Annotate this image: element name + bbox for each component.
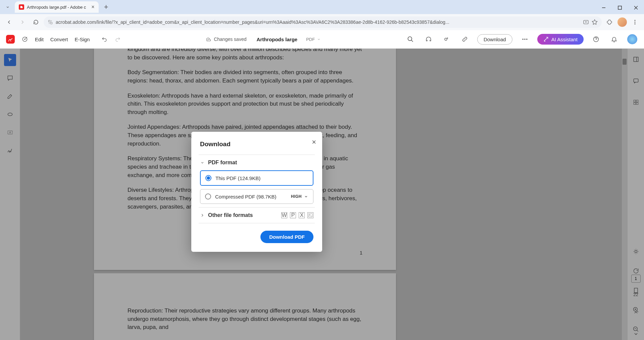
app-toolbar: Edit Convert E-Sign Changes saved Arthro…	[0, 30, 644, 49]
site-info-icon[interactable]	[48, 19, 53, 25]
save-status-text: Changes saved	[214, 37, 246, 42]
download-pdf-button[interactable]: Download PDF	[260, 231, 313, 243]
redo-button[interactable]	[114, 36, 121, 43]
option-compressed-label: Compressed PDF (98.7KB)	[215, 194, 277, 200]
window-minimize-icon[interactable]	[596, 1, 612, 14]
document-type-label: PDF	[306, 37, 315, 42]
other-formats-label: Other file formats	[208, 212, 253, 218]
option-this-pdf-label: This PDF (124.9KB)	[215, 175, 260, 181]
svg-rect-5	[51, 22, 52, 24]
svg-line-15	[411, 40, 413, 42]
svg-point-14	[408, 37, 412, 41]
divider	[199, 223, 315, 223]
chevron-down-icon	[304, 194, 308, 199]
url-text: acrobat.adobe.com/link/file/?x_api_clien…	[56, 19, 580, 25]
ai-assistant-label: AI Assistant	[551, 37, 578, 42]
tab-list-chevron[interactable]	[3, 5, 13, 9]
svg-point-18	[524, 39, 525, 40]
other-formats-section-toggle[interactable]: Other file formats	[200, 212, 253, 218]
chevron-down-icon	[200, 160, 205, 165]
modal-close-button[interactable]: ×	[312, 138, 316, 147]
document-title: Arthropods large	[256, 37, 297, 42]
search-icon[interactable]	[405, 34, 416, 45]
tab-title: Arthropods large.pdf - Adobe c	[27, 5, 86, 10]
radio-unchecked-icon	[205, 193, 211, 200]
share-icon[interactable]	[441, 34, 452, 45]
svg-point-10	[635, 22, 636, 23]
modal-title: Download	[200, 140, 313, 148]
address-bar[interactable]: acrobat.adobe.com/link/file/?x_api_clien…	[44, 16, 602, 28]
pdf-format-label: PDF format	[208, 160, 237, 166]
bell-icon[interactable]	[608, 34, 620, 45]
link-icon[interactable]	[459, 34, 470, 45]
svg-point-42	[309, 214, 310, 215]
image-format-icon	[307, 212, 313, 218]
chevron-down-icon[interactable]	[317, 37, 321, 41]
svg-rect-4	[49, 20, 50, 22]
browser-menu-icon[interactable]	[629, 16, 641, 28]
acrobat-logo-icon[interactable]	[6, 35, 15, 44]
undo-button[interactable]	[101, 36, 108, 43]
radio-checked-icon	[205, 175, 211, 181]
extensions-icon[interactable]	[604, 16, 615, 28]
ai-assistant-button[interactable]: AI Assistant	[537, 34, 584, 45]
compression-quality-value: HIGH	[291, 194, 302, 199]
save-status: Changes saved	[205, 36, 246, 42]
install-app-icon[interactable]	[583, 19, 589, 25]
svg-rect-1	[618, 6, 622, 9]
download-modal: Download × PDF format This PDF (124.9KB)…	[191, 132, 322, 252]
help-icon[interactable]	[590, 34, 602, 45]
window-close-icon[interactable]	[628, 1, 644, 14]
powerpoint-format-icon: P	[290, 212, 296, 218]
svg-point-17	[522, 39, 523, 40]
chevron-right-icon	[200, 213, 205, 218]
new-tab-button[interactable]: +	[102, 3, 110, 11]
excel-format-icon: X	[299, 212, 305, 218]
nav-target-icon[interactable]	[21, 36, 28, 43]
svg-point-19	[526, 39, 527, 40]
edit-menu[interactable]: Edit	[35, 37, 44, 42]
divider	[199, 155, 315, 155]
pdf-format-section-toggle[interactable]: PDF format	[200, 160, 313, 166]
headphones-icon[interactable]	[423, 34, 434, 45]
forward-button[interactable]	[17, 16, 28, 28]
download-button[interactable]: Download	[477, 34, 512, 45]
esign-menu[interactable]: E-Sign	[75, 37, 90, 42]
browser-tab[interactable]: Arthropods large.pdf - Adobe c ×	[15, 1, 99, 13]
window-maximize-icon[interactable]	[612, 1, 628, 14]
svg-point-9	[635, 20, 636, 21]
reload-button[interactable]	[30, 16, 42, 28]
svg-point-13	[24, 39, 25, 40]
word-format-icon: W	[281, 212, 287, 218]
more-icon[interactable]	[519, 34, 531, 45]
svg-rect-41	[309, 214, 312, 217]
divider	[199, 207, 315, 208]
adobe-pdf-icon	[19, 4, 24, 10]
convert-menu[interactable]: Convert	[50, 37, 68, 42]
tab-close-icon[interactable]: ×	[91, 4, 94, 10]
svg-point-11	[635, 23, 636, 24]
option-compressed-pdf[interactable]: Compressed PDF (98.7KB) HIGH	[200, 189, 313, 204]
svg-point-16	[445, 38, 447, 41]
browser-address-row: acrobat.adobe.com/link/file/?x_api_clien…	[0, 14, 644, 30]
option-this-pdf[interactable]: This PDF (124.9KB)	[200, 170, 313, 186]
bookmark-icon[interactable]	[592, 19, 598, 25]
browser-tab-strip: Arthropods large.pdf - Adobe c × +	[0, 0, 644, 14]
compression-quality-select[interactable]: HIGH	[291, 194, 308, 199]
user-avatar[interactable]	[627, 34, 638, 45]
back-button[interactable]	[3, 16, 15, 28]
profile-avatar[interactable]	[616, 16, 628, 28]
